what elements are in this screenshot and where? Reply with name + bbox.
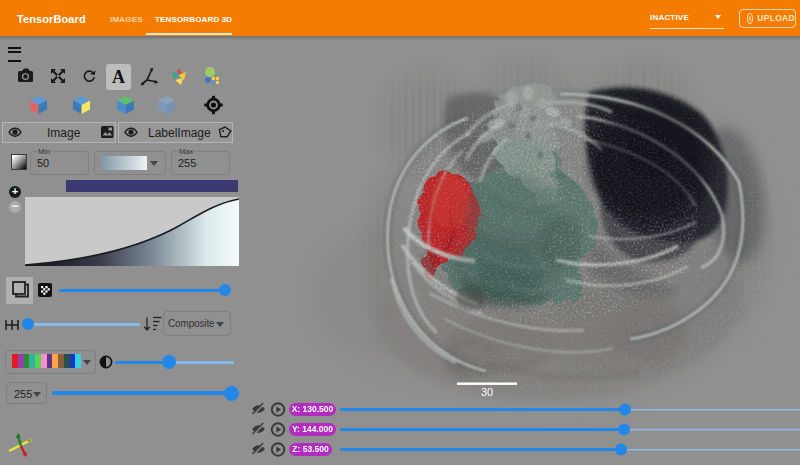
svg-text:LabelImage: LabelImage	[148, 126, 211, 140]
svg-text:X: 130.500: X: 130.500	[292, 404, 334, 414]
svg-text:A: A	[112, 67, 125, 87]
svg-text:Y: 144.000: Y: 144.000	[292, 424, 333, 434]
svg-text:Image: Image	[47, 126, 81, 140]
svg-text:Z: 53.500: Z: 53.500	[292, 444, 329, 454]
svg-text:30: 30	[481, 386, 493, 398]
